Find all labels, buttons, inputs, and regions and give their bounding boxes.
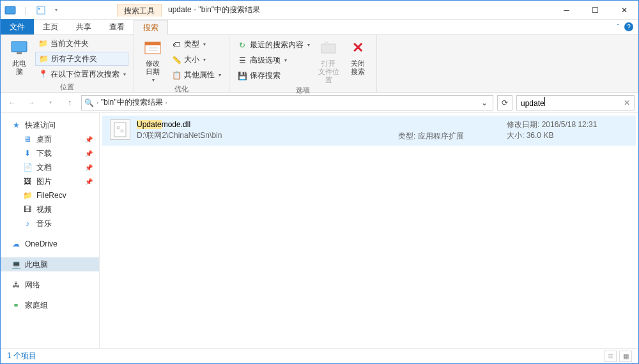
tab-view[interactable]: 查看 — [100, 19, 134, 34]
sidebar-label: 快速访问 — [25, 120, 56, 131]
sidebar-item-documents[interactable]: 📄文档📌 — [1, 160, 99, 174]
svg-rect-10 — [114, 123, 126, 137]
up-button[interactable]: ↑ — [62, 95, 77, 110]
sidebar-label: 视频 — [36, 204, 52, 215]
sidebar-network[interactable]: 🖧网络 — [1, 278, 99, 292]
svg-rect-6 — [145, 42, 160, 45]
sidebar-onedrive[interactable]: ☁OneDrive — [1, 237, 99, 251]
dropdown-icon[interactable]: ▾ — [49, 3, 63, 17]
result-date: 修改日期: 2016/5/18 12:31 — [507, 119, 628, 130]
minimize-button[interactable]: ─ — [552, 1, 581, 19]
view-details-button[interactable]: ☰ — [604, 351, 617, 362]
sidebar-homegroup[interactable]: ⚭家庭组 — [1, 298, 99, 312]
monitor-icon — [9, 38, 29, 58]
document-icon: 📄 — [22, 162, 33, 172]
search-again-button[interactable]: 📍在以下位置再次搜索▾ — [35, 67, 128, 81]
tab-share[interactable]: 共享 — [67, 19, 100, 34]
result-size: 大小: 36.0 KB — [507, 130, 628, 141]
status-bar: 1 个项目 ☰ ▦ — [1, 348, 638, 363]
sidebar-label: FileRecv — [36, 191, 66, 200]
history-dropdown[interactable]: ▾ — [43, 95, 58, 110]
sidebar-item-videos[interactable]: 🎞视频 — [1, 202, 99, 216]
cloud-icon: ☁ — [11, 239, 21, 249]
save-search-button[interactable]: 💾保存搜索 — [235, 69, 312, 83]
ribbon-group-location: 此电 脑 📁当前文件夹 📁所有子文件夹 📍在以下位置再次搜索▾ 位置 — [1, 35, 134, 92]
sidebar-this-pc[interactable]: 💻此电脑 — [1, 257, 99, 271]
maximize-button[interactable]: ☐ — [581, 1, 610, 19]
sidebar-quick-access[interactable]: ★快速访问 — [1, 118, 99, 132]
ribbon-group-options: ↻最近的搜索内容▾ ☰高级选项▾ 💾保存搜索 打开 文件位置 ✕ 关闭 搜索 选… — [229, 35, 377, 92]
close-button[interactable]: ✕ — [610, 1, 638, 19]
tab-search[interactable]: 搜索 — [134, 20, 168, 35]
forward-button[interactable]: → — [24, 95, 39, 110]
location-icon: 📍 — [38, 69, 48, 79]
music-icon: ♪ — [22, 218, 33, 229]
size-icon: 📏 — [171, 55, 181, 65]
tab-file[interactable]: 文件 — [1, 19, 34, 34]
result-type: 类型: 应用程序扩展 — [398, 119, 500, 142]
pc-icon: 💻 — [11, 259, 21, 269]
date-label: 修改 日期 — [146, 59, 160, 76]
crumb-sep-icon: › — [166, 100, 167, 106]
result-filename: Updatemode.dll — [137, 119, 392, 129]
svg-rect-2 — [38, 8, 40, 10]
sidebar-item-filerecv[interactable]: 📁FileRecv — [1, 188, 99, 202]
svg-rect-0 — [5, 6, 15, 14]
kind-icon: 🏷 — [171, 40, 181, 50]
ribbon-tabs: 文件 主页 共享 查看 搜索 ˆ ? — [1, 20, 638, 35]
breadcrumb[interactable]: "bin"中的搜索结果 — [101, 97, 163, 108]
current-folder-button[interactable]: 📁当前文件夹 — [35, 36, 128, 50]
sidebar-item-downloads[interactable]: ⬇下载📌 — [1, 146, 99, 160]
back-button[interactable]: ← — [4, 95, 20, 110]
kind-button[interactable]: 🏷类型▾ — [169, 38, 224, 52]
recent-label: 最近的搜索内容 — [250, 40, 304, 50]
search-folder-icon: 🔍 — [84, 98, 94, 107]
tab-home[interactable]: 主页 — [34, 19, 67, 34]
ribbon-group-refine: 修改 日期 ▾ 🏷类型▾ 📏大小▾ 📋其他属性▾ 优化 — [134, 35, 229, 92]
address-dropdown-icon[interactable]: ⌄ — [479, 98, 490, 107]
this-pc-button[interactable]: 此电 脑 — [6, 36, 33, 81]
properties-icon[interactable] — [34, 3, 48, 17]
pin-icon: 📌 — [85, 136, 93, 143]
sidebar-item-music[interactable]: ♪音乐 — [1, 216, 99, 231]
all-subfolders-label: 所有子文件夹 — [51, 54, 97, 64]
help-icon[interactable]: ? — [624, 22, 633, 31]
close-search-label: 关闭 搜索 — [351, 59, 365, 76]
clear-search-icon[interactable]: ✕ — [624, 98, 630, 107]
app-icon — [3, 3, 17, 17]
svg-rect-4 — [17, 52, 22, 54]
desktop-icon: 🖥 — [22, 134, 33, 144]
properties-icon: 📋 — [171, 70, 181, 80]
search-input[interactable]: update ✕ — [516, 95, 635, 110]
chevron-down-icon: ▾ — [284, 57, 287, 63]
all-subfolders-button[interactable]: 📁所有子文件夹 — [35, 52, 128, 66]
date-modified-button[interactable]: 修改 日期 ▾ — [139, 36, 166, 83]
close-search-button[interactable]: ✕ 关闭 搜索 — [344, 36, 371, 84]
open-location-label: 打开 文件位置 — [315, 59, 342, 84]
contextual-tab-label: 搜索工具 — [117, 4, 162, 17]
pin-icon: 📌 — [85, 178, 93, 185]
sidebar-label: 文档 — [36, 162, 52, 173]
collapse-ribbon-icon[interactable]: ˆ — [617, 24, 619, 31]
advanced-options-button[interactable]: ☰高级选项▾ — [235, 54, 312, 68]
folder-icon: 📁 — [22, 190, 33, 201]
sidebar-label: 下载 — [36, 148, 52, 159]
pin-icon: 📌 — [85, 150, 93, 157]
address-bar[interactable]: 🔍 › "bin"中的搜索结果 › ⌄ — [81, 95, 493, 110]
search-result-row[interactable]: Updatemode.dll D:\联网2\ChinaNetSn\bin 类型:… — [102, 116, 636, 146]
sidebar-label: 网络 — [25, 280, 40, 291]
window-controls: ─ ☐ ✕ — [552, 1, 638, 19]
other-props-button[interactable]: 📋其他属性▾ — [169, 68, 224, 82]
sidebar-label: 图片 — [36, 176, 52, 187]
view-icons-button[interactable]: ▦ — [619, 351, 632, 362]
window-title: update - "bin"中的搜索结果 — [162, 4, 266, 15]
sidebar-item-pictures[interactable]: 🖼图片📌 — [1, 174, 99, 188]
sidebar-item-desktop[interactable]: 🖥桌面📌 — [1, 132, 99, 146]
open-location-button: 打开 文件位置 — [315, 36, 342, 84]
recent-searches-button[interactable]: ↻最近的搜索内容▾ — [235, 38, 312, 52]
refresh-button[interactable]: ⟳ — [497, 95, 512, 110]
kind-label: 类型 — [184, 39, 199, 50]
navigation-pane: ★快速访问 🖥桌面📌 ⬇下载📌 📄文档📌 🖼图片📌 📁FileRecv 🎞视频 … — [1, 113, 100, 348]
crumb-sep-icon: › — [96, 100, 98, 106]
size-button[interactable]: 📏大小▾ — [169, 53, 224, 67]
